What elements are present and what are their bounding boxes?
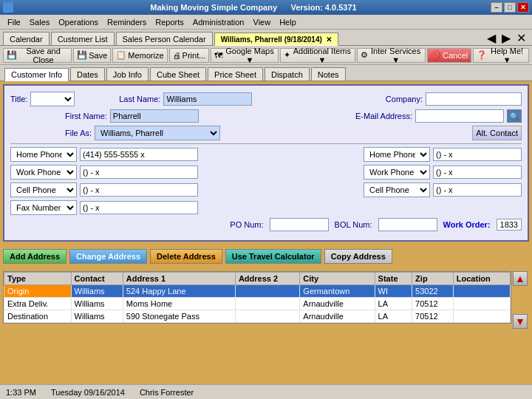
cell-city: Arnaudville <box>300 310 375 323</box>
menu-administration[interactable]: Administration <box>188 16 249 28</box>
cell-state: LA <box>375 298 412 310</box>
tab-notes[interactable]: Notes <box>311 67 346 81</box>
tab-price-sheet[interactable]: Price Sheet <box>208 67 263 81</box>
inter-services-button[interactable]: ⚙ Inter Services ▼ <box>357 48 426 63</box>
menu-reports[interactable]: Reports <box>151 16 188 28</box>
toolbar: 💾 Save and Close 💾 Save 📋 Memorize 🖨 Pri… <box>0 46 532 65</box>
cell-contact: Williams <box>71 298 123 310</box>
menu-operations[interactable]: Operations <box>54 16 103 28</box>
tab-calendar[interactable]: Calendar <box>3 32 50 45</box>
col-zip: Zip <box>412 273 454 285</box>
first-name-input[interactable] <box>110 109 199 123</box>
title-bar: Making Moving Simple Company Version: 4.… <box>0 0 532 15</box>
work-order-label: Work Order: <box>443 220 491 229</box>
company-label: Company: <box>386 95 423 103</box>
save-close-icon: 💾 <box>7 50 17 60</box>
minimize-button[interactable]: – <box>491 2 502 13</box>
table-row[interactable]: Extra Deliv. Williams Moms Home Arnaudvi… <box>4 298 511 310</box>
cell-type: Extra Deliv. <box>4 298 72 310</box>
phone-val-3b[interactable] <box>433 183 522 197</box>
menu-file[interactable]: File <box>3 16 25 28</box>
status-date: Tuesday 09/16/2014 <box>51 388 125 397</box>
tab-dispatch[interactable]: Dispatch <box>265 67 310 81</box>
company-input[interactable] <box>426 92 522 106</box>
po-num-input[interactable] <box>270 218 329 231</box>
tab-job-info[interactable]: Job Info <box>106 67 149 81</box>
cell-location <box>453 298 510 310</box>
cancel-button[interactable]: 🚫 Cancel <box>427 48 471 63</box>
add-address-button[interactable]: Add Address <box>3 249 66 264</box>
cancel-icon: 🚫 <box>431 50 441 60</box>
tab-close[interactable]: ✕ <box>514 31 529 45</box>
title-select[interactable] <box>30 92 75 106</box>
status-bar: 1:33 PM Tuesday 09/16/2014 Chris Forrest… <box>0 384 532 399</box>
bol-num-input[interactable] <box>378 218 437 231</box>
travel-calculator-button[interactable]: Use Travel Calculator <box>225 249 321 264</box>
phone-type-3b[interactable]: Cell Phone <box>364 183 430 197</box>
delete-address-button[interactable]: Delete Address <box>150 249 222 264</box>
main-tab-bar: Calendar Customer List Sales Person Cale… <box>0 30 532 46</box>
menu-view[interactable]: View <box>249 16 276 28</box>
tab-customer-list[interactable]: Customer List <box>51 32 115 45</box>
tab-cube-sheet[interactable]: Cube Sheet <box>150 67 206 81</box>
email-input[interactable] <box>415 109 504 123</box>
scroll-area: ▲ ▼ <box>511 270 529 330</box>
additional-items-button[interactable]: ✦ Additional Items ▼ <box>280 48 355 63</box>
title-label: Title: <box>10 95 27 103</box>
cell-contact: Williams <box>71 310 123 323</box>
cell-state: WI <box>375 285 412 298</box>
google-maps-button[interactable]: 🗺 Google Maps ▼ <box>211 48 279 63</box>
cell-address2 <box>235 310 299 323</box>
tab-dates[interactable]: Dates <box>70 67 105 81</box>
maximize-button[interactable]: □ <box>504 2 516 13</box>
address-section: Add Address Change Address Delete Addres… <box>3 246 529 330</box>
cell-zip: 70512 <box>412 310 454 323</box>
save-button[interactable]: 💾 Save <box>73 48 111 63</box>
menu-help[interactable]: Help <box>275 16 301 28</box>
col-address1: Address 1 <box>123 273 235 285</box>
email-lookup-icon: 🔍 <box>510 112 519 120</box>
menu-reminders[interactable]: Reminders <box>103 16 151 28</box>
tab-scroll-left[interactable]: ◀ <box>484 31 499 45</box>
email-lookup-button[interactable]: 🔍 <box>507 109 522 123</box>
alt-contact-button[interactable]: Alt. Contact <box>472 126 522 140</box>
phone-type-4a[interactable]: Fax Number <box>10 200 77 215</box>
memorize-icon: 📋 <box>116 50 126 60</box>
tab-williams[interactable]: Williams, Pharrell (9/18/2014) ✕ <box>214 33 339 46</box>
save-close-button[interactable]: 💾 Save and Close <box>3 48 72 63</box>
scroll-up-button[interactable]: ▲ <box>513 271 528 286</box>
tab-sales-person[interactable]: Sales Person Calendar <box>116 32 213 45</box>
change-address-button[interactable]: Change Address <box>69 249 147 264</box>
phone-type-2a[interactable]: Work Phone <box>10 165 77 180</box>
cell-location <box>453 285 510 298</box>
services-icon: ⚙ <box>361 50 368 60</box>
phone-val-3a[interactable] <box>80 183 198 197</box>
phone-type-1a[interactable]: Home Phone <box>10 147 77 162</box>
copy-address-button[interactable]: Copy Address <box>324 249 392 264</box>
cell-address2 <box>235 298 299 310</box>
phone-type-3a[interactable]: Cell Phone <box>10 183 77 197</box>
phone-val-2a[interactable] <box>80 166 198 179</box>
file-as-select[interactable]: Williams, Pharrell <box>95 126 220 140</box>
address-table-container: Type Contact Address 1 Address 2 City St… <box>3 271 511 324</box>
close-button[interactable]: ✕ <box>517 2 529 13</box>
last-name-input[interactable] <box>163 92 252 106</box>
memorize-button[interactable]: 📋 Memorize <box>112 48 167 63</box>
phone-type-1b[interactable]: Home Phone <box>364 147 430 162</box>
phone-val-2b[interactable] <box>433 166 522 179</box>
help-button[interactable]: ❓ Help Me! ▼ <box>473 48 529 63</box>
cell-city: Arnaudville <box>300 298 375 310</box>
tab-customer-info[interactable]: Customer Info <box>4 68 69 81</box>
table-row[interactable]: Origin Williams 524 Happy Lane Germantow… <box>4 285 511 298</box>
print-button[interactable]: 🖨 Print... <box>169 48 210 63</box>
app-icon <box>3 2 13 13</box>
phone-val-1b[interactable] <box>433 148 522 161</box>
tab-scroll-right[interactable]: ▶ <box>499 31 514 45</box>
phone-type-2b[interactable]: Work Phone <box>364 165 430 180</box>
table-row[interactable]: Destination Williams 590 Stonegate Pass … <box>4 310 511 323</box>
menu-sales[interactable]: Sales <box>25 16 55 28</box>
phone-val-1a[interactable] <box>80 148 198 161</box>
phone-val-4a[interactable] <box>80 201 198 214</box>
scroll-down-button[interactable]: ▼ <box>513 314 528 329</box>
cell-address1: 524 Happy Lane <box>123 285 235 298</box>
